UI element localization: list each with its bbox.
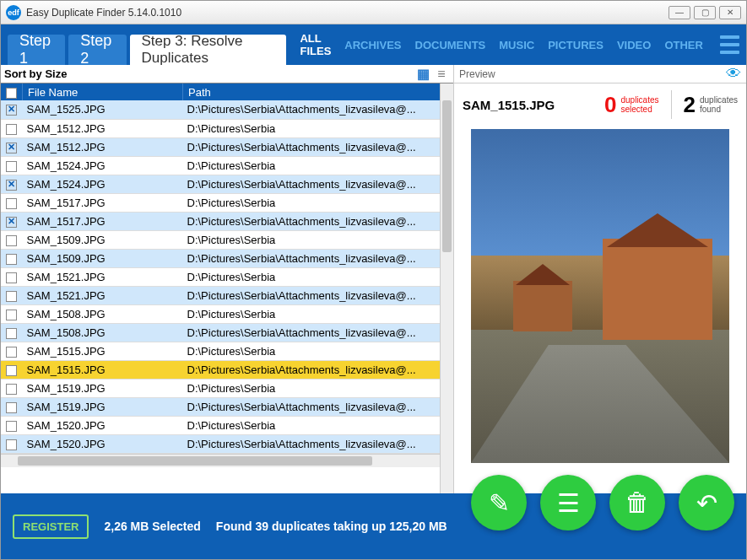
cell-path: D:\Pictures\Serbia <box>183 379 441 397</box>
list-button[interactable]: ☰ <box>540 475 596 530</box>
close-button[interactable]: ✕ <box>719 6 741 19</box>
cell-filename: SAM_1520.JPG <box>23 434 183 453</box>
preview-label: Preview <box>459 68 495 80</box>
cell-filename: SAM_1521.JPG <box>23 286 183 304</box>
step-tab-1[interactable]: Step 1 <box>8 35 65 65</box>
col-path[interactable]: Path <box>183 83 441 100</box>
undo-button[interactable]: ↶ <box>679 475 734 530</box>
row-checkbox[interactable] <box>6 272 17 283</box>
table-row[interactable]: SAM_1512.JPGD:\Pictures\Serbia <box>1 119 440 137</box>
table-row[interactable]: SAM_1508.JPGD:\Pictures\Serbia\Attachmen… <box>1 323 440 342</box>
cell-path: D:\Pictures\Serbia <box>183 230 441 249</box>
maximize-button[interactable]: ▢ <box>694 6 716 19</box>
table-row[interactable]: SAM_1515.JPGD:\Pictures\Serbia <box>1 342 440 360</box>
minimize-button[interactable]: — <box>669 6 690 19</box>
row-checkbox[interactable] <box>6 198 17 209</box>
filter-video[interactable]: VIDEO <box>617 39 651 51</box>
table-row[interactable]: SAM_1509.JPGD:\Pictures\Serbia <box>1 230 440 249</box>
cell-path: D:\Pictures\Serbia <box>183 342 441 360</box>
cell-filename: SAM_1517.JPG <box>23 212 183 230</box>
table-row[interactable]: SAM_1524.JPGD:\Pictures\Serbia <box>1 156 440 175</box>
filter-all-files[interactable]: ALL FILES <box>300 32 331 57</box>
eye-icon[interactable]: 👁 <box>726 65 741 83</box>
filter-pictures[interactable]: PICTURES <box>548 39 604 51</box>
sort-bar[interactable]: Sort by Size ▦ ≡ <box>1 65 453 83</box>
sort-label: Sort by Size <box>4 67 67 80</box>
cell-path: D:\Pictures\Serbia\Attachments_lizvasile… <box>183 360 441 379</box>
row-checkbox[interactable] <box>6 124 17 135</box>
table-row[interactable]: SAM_1508.JPGD:\Pictures\Serbia <box>1 304 440 323</box>
window-title: Easy Duplicate Finder 5.14.0.1010 <box>26 7 669 19</box>
list-view-icon[interactable]: ≡ <box>433 67 450 82</box>
vertical-scrollbar[interactable] <box>440 83 453 493</box>
cell-filename: SAM_1509.JPG <box>23 230 183 249</box>
found-summary: Found 39 duplicates taking up 125,20 MB <box>216 520 447 533</box>
cell-filename: SAM_1524.JPG <box>23 175 183 193</box>
row-checkbox[interactable] <box>6 143 17 153</box>
cell-filename: SAM_1525.JPG <box>23 100 183 119</box>
table-row[interactable]: SAM_1509.JPGD:\Pictures\Serbia\Attachmen… <box>1 249 440 267</box>
cell-path: D:\Pictures\Serbia\Attachments_lizvasile… <box>183 175 441 193</box>
row-checkbox[interactable] <box>6 161 17 172</box>
row-checkbox[interactable] <box>6 384 17 395</box>
cell-path: D:\Pictures\Serbia\Attachments_lizvasile… <box>183 286 441 304</box>
filter-music[interactable]: MUSIC <box>499 39 534 51</box>
cell-filename: SAM_1515.JPG <box>23 342 183 360</box>
table-row[interactable]: SAM_1519.JPGD:\Pictures\Serbia\Attachmen… <box>1 397 440 416</box>
cell-path: D:\Pictures\Serbia <box>183 156 441 175</box>
table-row[interactable]: SAM_1520.JPGD:\Pictures\Serbia\Attachmen… <box>1 434 440 453</box>
top-nav: Step 1Step 2Step 3: Resolve Duplicates A… <box>1 24 746 65</box>
cell-path: D:\Pictures\Serbia\Attachments_lizvasile… <box>183 249 441 267</box>
horizontal-scrollbar[interactable] <box>1 454 440 467</box>
app-logo-icon: edf <box>6 5 21 20</box>
selected-size: 2,26 MB Selected <box>104 520 200 533</box>
row-checkbox[interactable] <box>6 180 17 191</box>
col-checkbox[interactable] <box>1 83 23 100</box>
row-checkbox[interactable] <box>6 365 17 376</box>
step-tab-2[interactable]: Step 2 <box>68 35 126 65</box>
table-row[interactable]: SAM_1517.JPGD:\Pictures\Serbia <box>1 193 440 212</box>
row-checkbox[interactable] <box>6 217 17 228</box>
table-row[interactable]: SAM_1521.JPGD:\Pictures\Serbia\Attachmen… <box>1 286 440 304</box>
duplicates-found-stat: 2 duplicatesfound <box>684 92 739 118</box>
cell-path: D:\Pictures\Serbia <box>183 267 441 286</box>
cell-filename: SAM_1509.JPG <box>23 249 183 267</box>
table-row[interactable]: SAM_1512.JPGD:\Pictures\Serbia\Attachmen… <box>1 137 440 156</box>
table-row[interactable]: SAM_1517.JPGD:\Pictures\Serbia\Attachmen… <box>1 212 440 230</box>
grid-view-icon[interactable]: ▦ <box>414 67 431 82</box>
row-checkbox[interactable] <box>6 235 17 246</box>
table-row[interactable]: SAM_1519.JPGD:\Pictures\Serbia <box>1 379 440 397</box>
table-row[interactable]: SAM_1524.JPGD:\Pictures\Serbia\Attachmen… <box>1 175 440 193</box>
row-checkbox[interactable] <box>6 254 17 265</box>
cell-filename: SAM_1508.JPG <box>23 304 183 323</box>
cell-filename: SAM_1521.JPG <box>23 267 183 286</box>
delete-button[interactable]: 🗑 <box>609 475 665 530</box>
cell-path: D:\Pictures\Serbia\Attachments_lizvasile… <box>183 137 441 156</box>
row-checkbox[interactable] <box>6 439 17 450</box>
menu-icon[interactable] <box>720 35 739 54</box>
col-filename[interactable]: File Name <box>23 83 183 100</box>
table-row[interactable]: SAM_1515.JPGD:\Pictures\Serbia\Attachmen… <box>1 360 440 379</box>
titlebar: edf Easy Duplicate Finder 5.14.0.1010 — … <box>1 1 746 24</box>
row-checkbox[interactable] <box>6 105 17 116</box>
bottom-bar: REGISTER 2,26 MB Selected Found 39 dupli… <box>1 493 746 559</box>
filter-documents[interactable]: DOCUMENTS <box>415 39 486 51</box>
row-checkbox[interactable] <box>6 291 17 302</box>
row-checkbox[interactable] <box>6 402 17 413</box>
filter-other[interactable]: OTHER <box>664 39 703 51</box>
edit-button[interactable]: ✎ <box>471 475 527 530</box>
table-row[interactable]: SAM_1525.JPGD:\Pictures\Serbia\Attachmen… <box>1 100 440 119</box>
preview-filename: SAM_1515.JPG <box>463 98 593 112</box>
cell-filename: SAM_1508.JPG <box>23 323 183 342</box>
row-checkbox[interactable] <box>6 347 17 358</box>
filter-archives[interactable]: ARCHIVES <box>344 39 401 51</box>
row-checkbox[interactable] <box>6 421 17 432</box>
table-row[interactable]: SAM_1521.JPGD:\Pictures\Serbia <box>1 267 440 286</box>
cell-filename: SAM_1512.JPG <box>23 137 183 156</box>
table-row[interactable]: SAM_1520.JPGD:\Pictures\Serbia <box>1 416 440 434</box>
duplicates-table: File Name Path Siz SAM_1525.JPGD:\Pictur… <box>1 83 440 454</box>
step-tab-3[interactable]: Step 3: Resolve Duplicates <box>130 35 287 65</box>
row-checkbox[interactable] <box>6 328 17 339</box>
register-button[interactable]: REGISTER <box>13 514 89 539</box>
row-checkbox[interactable] <box>6 310 17 320</box>
